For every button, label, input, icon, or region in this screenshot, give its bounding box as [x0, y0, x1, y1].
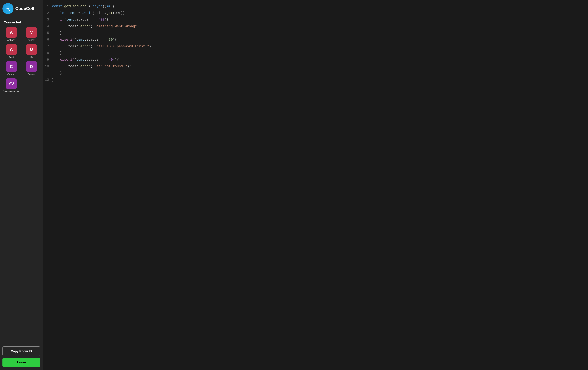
user-item: D Daman — [23, 61, 41, 76]
connected-label: Connected — [2, 20, 21, 24]
code-line: 11 } — [43, 70, 588, 77]
line-number: 8 — [43, 50, 52, 56]
svg-rect-0 — [6, 6, 9, 10]
avatar[interactable]: U — [26, 44, 37, 55]
code-line: 5 } — [43, 30, 588, 36]
bottom-buttons: Copy Room ID Leave — [2, 346, 40, 367]
line-number: 4 — [43, 23, 52, 30]
code-line: 9 else if(temp.status === 404){ — [43, 56, 588, 63]
line-number: 6 — [43, 37, 52, 43]
code-line: 10 toast.error("User not found!"); — [43, 63, 588, 70]
user-item: V Vinay — [23, 27, 41, 42]
user-name: Us — [30, 56, 33, 59]
divider — [2, 17, 40, 17]
code-line: 8 } — [43, 50, 588, 56]
line-number: 10 — [43, 63, 52, 70]
logo-circle — [2, 3, 13, 14]
line-content: toast.error("Enter ID & password First!"… — [52, 43, 153, 50]
line-content: if(temp.status === 400){ — [52, 17, 109, 23]
line-number: 1 — [43, 3, 52, 10]
users-grid: A Aakash V Vinay A Ankit U Us C Caman D … — [2, 27, 40, 93]
user-item: A Ankit — [2, 44, 20, 59]
line-content: toast.error("Something went wrong"); — [52, 23, 141, 30]
leave-button[interactable]: Leave — [2, 358, 40, 367]
code-line: 3 if(temp.status === 400){ — [43, 16, 588, 23]
code-line: 4 toast.error("Something went wrong"); — [43, 23, 588, 30]
line-content: else if(temp.status === 80){ — [52, 37, 117, 43]
line-number: 12 — [43, 77, 52, 83]
logo-icon — [5, 6, 11, 11]
user-item: U Us — [23, 44, 41, 59]
avatar[interactable]: V — [26, 27, 37, 38]
code-line: 1const getUserData = async()=> { — [43, 3, 588, 10]
line-content: const getUserData = async()=> { — [52, 3, 115, 10]
code-line: 6 else if(temp.status === 80){ — [43, 36, 588, 43]
user-name: Vinay — [28, 39, 34, 42]
line-number: 9 — [43, 57, 52, 63]
user-name: Caman — [7, 73, 15, 76]
avatar[interactable]: A — [6, 27, 17, 38]
line-content: } — [52, 77, 54, 83]
user-name: Yamato varma — [3, 90, 19, 93]
code-line: 2 let temp = await(axios.get(URL)) — [43, 10, 588, 17]
line-content: toast.error("User not found!"); — [52, 63, 131, 70]
code-lines: 1const getUserData = async()=> {2 let te… — [43, 3, 588, 83]
line-number: 5 — [43, 30, 52, 36]
avatar[interactable]: YV — [6, 78, 17, 89]
sidebar: CodeColl Connected A Aakash V Vinay A An… — [0, 0, 43, 370]
avatar[interactable]: A — [6, 44, 17, 55]
line-number: 11 — [43, 70, 52, 76]
line-number: 7 — [43, 43, 52, 50]
line-content: let temp = await(axios.get(URL)) — [52, 10, 125, 16]
line-number: 3 — [43, 17, 52, 23]
user-item: A Aakash — [2, 27, 20, 42]
editor-area[interactable]: 1const getUserData = async()=> {2 let te… — [43, 0, 588, 370]
user-name: Daman — [27, 73, 35, 76]
code-line: 12} — [43, 77, 588, 83]
line-content: } — [52, 70, 62, 76]
user-item: YV Yamato varma — [2, 78, 20, 93]
copy-room-id-button[interactable]: Copy Room ID — [2, 346, 40, 356]
user-name: Ankit — [9, 56, 14, 59]
avatar[interactable]: C — [6, 61, 17, 72]
code-line: 7 toast.error("Enter ID & password First… — [43, 43, 588, 50]
logo-area: CodeColl — [2, 3, 34, 14]
user-name: Aakash — [7, 39, 15, 42]
line-content: } — [52, 50, 62, 56]
user-item: C Caman — [2, 61, 20, 76]
avatar[interactable]: D — [26, 61, 37, 72]
line-content: } — [52, 30, 62, 36]
logo-text: CodeColl — [15, 6, 34, 11]
line-number: 2 — [43, 10, 52, 16]
line-content: else if(temp.status === 404){ — [52, 57, 119, 63]
